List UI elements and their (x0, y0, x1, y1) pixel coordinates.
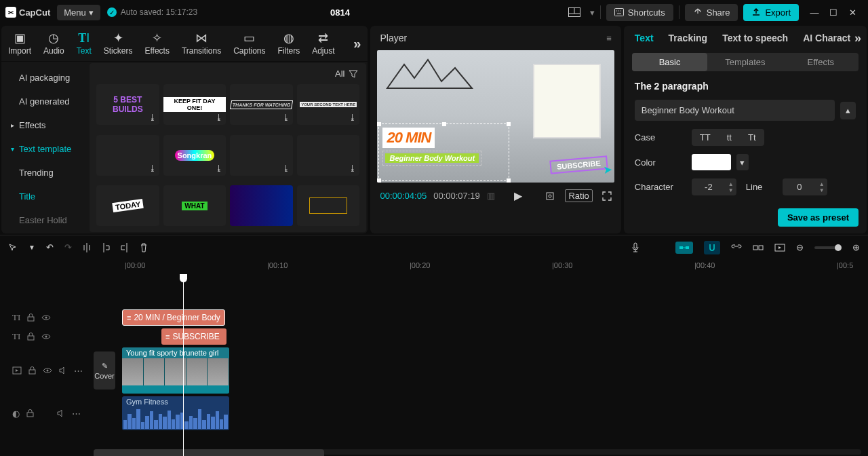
line-stepper[interactable]: ▲▼ (783, 178, 827, 195)
compare-icon[interactable]: ▥ (487, 191, 495, 201)
magnet-toggle[interactable] (704, 241, 720, 254)
tab-filters[interactable]: ◍Filters (278, 30, 300, 57)
case-upper[interactable]: TT (692, 129, 719, 146)
tab-text[interactable]: TIText (77, 30, 92, 57)
character-input[interactable] (692, 178, 726, 195)
redo-button[interactable]: ↷ (64, 242, 72, 252)
template-thumb[interactable] (297, 185, 360, 226)
download-icon[interactable]: ⭳ (149, 113, 157, 122)
download-icon[interactable]: ⭳ (215, 164, 223, 173)
lock-icon[interactable] (27, 332, 35, 341)
character-stepper[interactable]: ▲▼ (692, 178, 736, 195)
undo-button[interactable]: ↶ (46, 242, 54, 252)
preview-toggle[interactable] (753, 244, 764, 252)
color-dropdown[interactable]: ▾ (736, 154, 749, 170)
tab-adjust[interactable]: ⇄Adjust (312, 30, 334, 57)
template-thumb[interactable]: 5 BEST BUILDS⭳ (96, 84, 159, 125)
inspector-tabs-more[interactable]: » (850, 31, 861, 45)
timeline-ruler[interactable]: |00:00 |00:10 |00:20 |00:30 |00:40 |00:5 (0, 259, 868, 274)
playhead[interactable] (183, 274, 184, 456)
preview-render[interactable] (774, 244, 785, 252)
template-thumb[interactable]: Songkran⭳ (163, 135, 226, 176)
close-button[interactable]: ✕ (848, 7, 857, 18)
template-thumb[interactable]: THANKS FOR WATCHING⭳ (230, 84, 293, 125)
download-icon[interactable]: ⭳ (349, 113, 357, 122)
magnet-main-toggle[interactable] (675, 242, 693, 254)
visibility-icon[interactable] (41, 333, 51, 340)
more-icon[interactable]: ⋯ (74, 366, 83, 376)
project-title[interactable]: 0814 (123, 7, 557, 18)
sidebar-ai-generated[interactable]: AI generated (1, 90, 88, 113)
player-menu-icon[interactable]: ≡ (606, 33, 612, 43)
subtab-templates[interactable]: Templates (707, 53, 783, 71)
play-button[interactable]: ▶ (514, 189, 522, 202)
track-lane[interactable]: ≡SUBSCRIBE (94, 327, 868, 346)
inspector-tab-tts[interactable]: Text to speech (722, 33, 788, 43)
sidebar-text-template[interactable]: ▾Text template (1, 137, 88, 161)
sidebar-trending[interactable]: Trending (1, 161, 88, 185)
record-voiceover[interactable] (631, 242, 640, 253)
timeline-scrollbar[interactable] (94, 449, 861, 455)
layout-button[interactable] (564, 5, 585, 20)
text-clip-1[interactable]: ≡20 MIN / Beginner Body (122, 309, 225, 326)
step-down-icon[interactable]: ▼ (819, 187, 825, 193)
text-clip-2[interactable]: ≡SUBSCRIBE (161, 328, 226, 345)
cover-button[interactable]: ✎ Cover (94, 352, 115, 390)
track-lane[interactable]: ≡20 MIN / Beginner Body (94, 308, 868, 327)
trim-right-tool[interactable] (121, 243, 129, 252)
playhead-handle[interactable] (180, 274, 187, 282)
color-swatch[interactable] (692, 154, 731, 170)
step-up-icon[interactable]: ▲ (819, 181, 825, 187)
sidebar-easter[interactable]: Easter Holid (1, 208, 88, 232)
template-thumb[interactable]: ⭳ (96, 135, 159, 176)
tab-transitions[interactable]: ⋈Transitions (182, 30, 221, 57)
audio-clip[interactable]: Gym Fitness (122, 396, 229, 430)
video-clip[interactable]: Young fit sporty brunette girl (122, 347, 229, 394)
chevron-down-icon[interactable]: ▾ (590, 7, 595, 18)
inspector-tab-text[interactable]: Text (635, 33, 654, 43)
download-icon[interactable]: ⭳ (282, 113, 290, 122)
tab-stickers[interactable]: ✦Stickers (104, 30, 133, 57)
inspector-tab-tracking[interactable]: Tracking (669, 33, 708, 43)
visibility-icon[interactable] (43, 367, 52, 374)
menu-button[interactable]: Menu ▾ (57, 5, 100, 20)
zoom-knob[interactable] (835, 244, 842, 251)
zoom-fit[interactable]: ⊕ (852, 242, 860, 252)
visibility-icon[interactable] (41, 314, 51, 321)
download-icon[interactable]: ⭳ (282, 164, 290, 173)
link-toggle[interactable] (731, 244, 742, 251)
maximize-button[interactable]: ☐ (829, 7, 838, 18)
step-up-icon[interactable]: ▲ (728, 181, 734, 187)
mute-icon[interactable] (57, 409, 65, 417)
select-tool[interactable] (8, 243, 18, 252)
template-thumb[interactable]: YOUR SECOND TEXT HERE⭳ (297, 84, 360, 125)
case-lower[interactable]: tt (719, 129, 740, 146)
lock-icon[interactable] (27, 314, 35, 322)
tab-effects[interactable]: ✧Effects (144, 30, 169, 57)
sidebar-ai-packaging[interactable]: AI packaging (1, 66, 88, 90)
minimize-button[interactable]: — (810, 7, 819, 18)
share-button[interactable]: Share (685, 4, 738, 21)
text-value-input[interactable] (635, 100, 835, 121)
download-icon[interactable]: ⭳ (149, 164, 157, 173)
step-down-icon[interactable]: ▼ (728, 187, 734, 193)
more-icon[interactable]: ⋯ (72, 408, 81, 419)
zoom-out[interactable]: ⊖ (796, 242, 804, 252)
fullscreen-icon[interactable] (602, 191, 612, 201)
timeline-body[interactable]: TI ≡20 MIN / Beginner Body TI ≡SUBSCRIBE (0, 274, 868, 456)
shortcuts-button[interactable]: Shortcuts (606, 4, 673, 21)
delete-tool[interactable] (140, 243, 148, 252)
filter-all[interactable]: All (335, 69, 344, 79)
case-title[interactable]: Tt (740, 129, 764, 146)
mute-icon[interactable] (59, 366, 67, 375)
template-thumb[interactable]: KEEP FIT DAY ONE!⭳ (163, 84, 226, 125)
sidebar-effects[interactable]: ▸Effects (1, 113, 88, 137)
filter-icon[interactable] (349, 70, 358, 78)
sidebar-title[interactable]: Title (1, 185, 88, 208)
text-overlay-selection[interactable]: 20 MIN Beginner Body Workout (378, 124, 509, 181)
zoom-slider[interactable] (814, 246, 842, 249)
resize-handle[interactable] (442, 122, 446, 126)
tab-audio[interactable]: ◷Audio (43, 30, 64, 57)
trim-left-tool[interactable] (102, 243, 110, 252)
resize-handle[interactable] (507, 178, 511, 183)
